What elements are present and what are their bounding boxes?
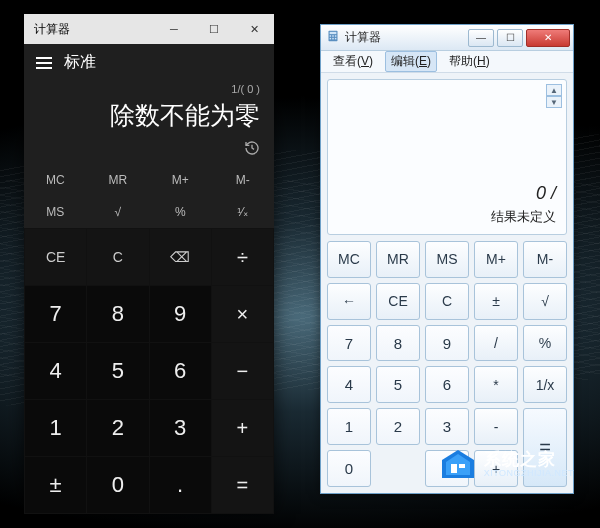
win7-key-6[interactable]: 6 xyxy=(425,366,469,403)
win10-calculator-window: 计算器 ─ ☐ ✕ 标准 1/( 0 ) 除数不能为零 MCMRM+M- MS√… xyxy=(24,14,274,514)
win7-key-1[interactable]: 1 xyxy=(327,408,371,445)
key-3[interactable]: 3 xyxy=(150,400,211,456)
win7-minimize-button[interactable]: — xyxy=(468,29,494,47)
key-CE[interactable]: CE xyxy=(25,229,86,285)
menu-item[interactable]: 编辑(E) xyxy=(385,51,437,72)
func-button[interactable]: √ xyxy=(87,196,150,228)
maximize-button[interactable]: ☐ xyxy=(194,14,234,44)
win7-key-5[interactable]: 5 xyxy=(376,366,420,403)
win7-key-M+[interactable]: M+ xyxy=(474,241,518,278)
win7-key--[interactable]: - xyxy=(474,408,518,445)
func-button[interactable]: MS xyxy=(24,196,87,228)
calculator-icon xyxy=(327,30,339,45)
key-4[interactable]: 4 xyxy=(25,343,86,399)
key-7[interactable]: 7 xyxy=(25,286,86,342)
win7-key-3[interactable]: 3 xyxy=(425,408,469,445)
key-.[interactable]: . xyxy=(150,457,211,513)
svg-rect-3 xyxy=(332,35,334,37)
win7-key-8[interactable]: 8 xyxy=(376,325,420,362)
svg-rect-5 xyxy=(330,38,332,40)
win7-key-√[interactable]: √ xyxy=(523,283,567,320)
key-2[interactable]: 2 xyxy=(87,400,148,456)
win10-display: 1/( 0 ) 除数不能为零 xyxy=(24,79,274,138)
spin-buttons[interactable]: ▲ ▼ xyxy=(546,84,562,108)
win7-key-0[interactable]: 0 xyxy=(327,450,371,487)
memory-mc[interactable]: MC xyxy=(24,164,87,196)
key-+[interactable]: + xyxy=(212,400,273,456)
win7-titlebar: 计算器 — ☐ ✕ xyxy=(321,25,573,51)
history-icon[interactable] xyxy=(244,140,260,160)
win7-key-*[interactable]: * xyxy=(474,366,518,403)
func-button[interactable]: % xyxy=(149,196,212,228)
hamburger-icon[interactable] xyxy=(36,57,52,69)
memory-row: MCMRM+M- xyxy=(24,164,274,196)
key-0[interactable]: 0 xyxy=(87,457,148,513)
win7-menubar: 查看(V)编辑(E)帮助(H) xyxy=(321,51,573,73)
win7-key-=[interactable]: = xyxy=(523,408,567,487)
win7-key-%[interactable]: % xyxy=(523,325,567,362)
win7-key-/[interactable]: / xyxy=(474,325,518,362)
key-1[interactable]: 1 xyxy=(25,400,86,456)
win7-key-2[interactable]: 2 xyxy=(376,408,420,445)
svg-rect-2 xyxy=(330,35,332,37)
win7-key-1/x[interactable]: 1/x xyxy=(523,366,567,403)
key-9[interactable]: 9 xyxy=(150,286,211,342)
memory-mr[interactable]: MR xyxy=(87,164,150,196)
win7-key-←[interactable]: ← xyxy=(327,283,371,320)
svg-rect-4 xyxy=(335,35,337,37)
win7-key-9[interactable]: 9 xyxy=(425,325,469,362)
svg-rect-6 xyxy=(332,38,334,40)
key-−[interactable]: − xyxy=(212,343,273,399)
win10-mode-bar: 标准 xyxy=(24,44,274,79)
win7-message: 结果未定义 xyxy=(491,208,556,226)
win7-maximize-button[interactable]: ☐ xyxy=(497,29,523,47)
win7-key-MS[interactable]: MS xyxy=(425,241,469,278)
spin-up-icon[interactable]: ▲ xyxy=(546,84,562,96)
key-±[interactable]: ± xyxy=(25,457,86,513)
win7-keypad: MCMRMSM+M-←CEC±√789/%456*1/x123-=0.+ xyxy=(327,241,567,487)
memory-mplus[interactable]: M+ xyxy=(149,164,212,196)
close-button[interactable]: ✕ xyxy=(234,14,274,44)
win7-calculator-window: 计算器 — ☐ ✕ 查看(V)编辑(E)帮助(H) ▲ ▼ 0 / 结果未定义 … xyxy=(320,24,574,494)
win7-key-CE[interactable]: CE xyxy=(376,283,420,320)
memory-mminus[interactable]: M- xyxy=(212,164,275,196)
key-=[interactable]: = xyxy=(212,457,273,513)
mode-label: 标准 xyxy=(64,52,96,73)
win7-key-.[interactable]: . xyxy=(425,450,469,487)
menu-item[interactable]: 帮助(H) xyxy=(443,51,496,72)
win10-titlebar: 计算器 ─ ☐ ✕ xyxy=(24,14,274,44)
win7-key-4[interactable]: 4 xyxy=(327,366,371,403)
result-text: 除数不能为零 xyxy=(38,97,260,138)
win7-title: 计算器 xyxy=(345,29,468,46)
key-×[interactable]: × xyxy=(212,286,273,342)
win10-keypad: CEC⌫÷789×456−123+±0.= xyxy=(24,228,274,514)
win7-key-MC[interactable]: MC xyxy=(327,241,371,278)
svg-rect-7 xyxy=(335,38,337,40)
key-÷[interactable]: ÷ xyxy=(212,229,273,285)
key-C[interactable]: C xyxy=(87,229,148,285)
win7-key-MR[interactable]: MR xyxy=(376,241,420,278)
win7-key-±[interactable]: ± xyxy=(474,283,518,320)
win7-display: ▲ ▼ 0 / 结果未定义 xyxy=(327,79,567,235)
win7-value: 0 / xyxy=(536,183,556,204)
spin-down-icon[interactable]: ▼ xyxy=(546,96,562,108)
win7-key-7[interactable]: 7 xyxy=(327,325,371,362)
key-⌫[interactable]: ⌫ xyxy=(150,229,211,285)
menu-item[interactable]: 查看(V) xyxy=(327,51,379,72)
win7-close-button[interactable]: ✕ xyxy=(526,29,570,47)
function-row: MS√%¹⁄ₓ xyxy=(24,196,274,228)
minimize-button[interactable]: ─ xyxy=(154,14,194,44)
svg-rect-1 xyxy=(330,32,337,34)
func-button[interactable]: ¹⁄ₓ xyxy=(212,196,275,228)
history-bar xyxy=(24,138,274,164)
win7-key-C[interactable]: C xyxy=(425,283,469,320)
win7-key-M-[interactable]: M- xyxy=(523,241,567,278)
key-6[interactable]: 6 xyxy=(150,343,211,399)
key-5[interactable]: 5 xyxy=(87,343,148,399)
key-8[interactable]: 8 xyxy=(87,286,148,342)
win7-key-+[interactable]: + xyxy=(474,450,518,487)
expression-text: 1/( 0 ) xyxy=(38,83,260,97)
win10-title: 计算器 xyxy=(34,21,154,38)
